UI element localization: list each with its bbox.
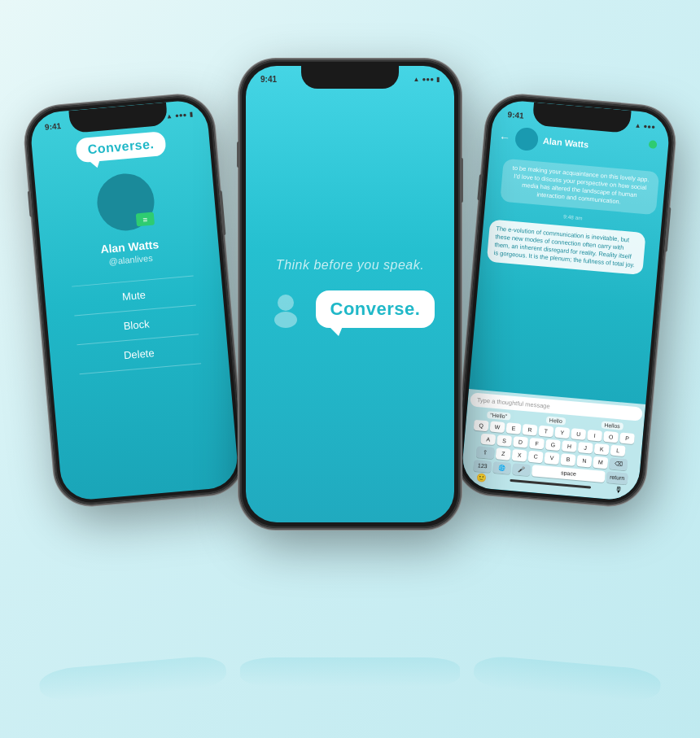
right-status-icons: ▲ ●●● (634, 121, 655, 130)
message-received-1: The e-volution of communication is inevi… (487, 219, 646, 275)
svg-point-0 (278, 295, 294, 311)
contact-avatar (514, 126, 539, 151)
key-v[interactable]: V (544, 452, 559, 465)
key-w[interactable]: W (490, 421, 505, 433)
message-received-1-text: The e-volution of communication is inevi… (493, 224, 635, 268)
key-z[interactable]: Z (496, 448, 511, 461)
phones-container: 9:41 ▲ ●●● ▮ Converse. Alan Watts (16, 36, 684, 703)
key-p[interactable]: P (619, 432, 635, 444)
svg-point-1 (274, 312, 297, 328)
center-logo-area: Converse. (265, 289, 435, 330)
keyboard-area: Type a thoughtful message "Hello" Hello … (461, 389, 646, 502)
phone-left-screen: 9:41 ▲ ●●● ▮ Converse. Alan Watts (29, 98, 240, 501)
emoji-icon[interactable]: 🙂 (476, 473, 487, 483)
key-x[interactable]: X (512, 449, 527, 462)
phone-right-screen: 9:41 ▲ ●●● ← Alan Watts t (461, 98, 672, 501)
messages-area: to be making your acquaintance on this l… (469, 152, 667, 404)
left-logo-bubble: Converse. (75, 130, 166, 162)
key-globe[interactable]: 🌐 (492, 461, 511, 474)
battery-icon: ▮ (189, 110, 193, 117)
key-s[interactable]: S (497, 435, 512, 447)
key-g[interactable]: G (545, 439, 561, 451)
key-a[interactable]: A (480, 433, 496, 445)
center-notch (301, 66, 399, 89)
left-phone-reflection (38, 654, 228, 703)
wifi-icon: ▲ (166, 111, 173, 120)
input-placeholder: Type a thoughtful message (477, 395, 551, 409)
center-status-icons: ▲ ●●● ▮ (413, 76, 440, 83)
phone-center: 9:41 ▲ ●●● ▮ Think before you speak. (240, 60, 460, 528)
center-logo-text: Converse. (330, 299, 421, 319)
center-phone-reflection (240, 657, 460, 687)
key-c[interactable]: C (528, 450, 544, 463)
left-status-time: 9:41 (45, 120, 62, 131)
right-wifi-icon: ▲ (634, 121, 641, 129)
message-sent-1-text: to be making your acquaintance on this l… (512, 164, 650, 205)
autocomplete-1[interactable]: "Hello" (487, 411, 511, 420)
key-t[interactable]: T (538, 425, 553, 437)
key-e[interactable]: E (505, 422, 521, 435)
key-delete[interactable]: ⌫ (609, 457, 628, 470)
autocomplete-3[interactable]: Hellos (601, 421, 623, 430)
left-user-handle: @alanlives (108, 252, 153, 266)
key-k[interactable]: K (594, 443, 610, 455)
autocomplete-2[interactable]: Hello (545, 416, 566, 425)
contact-name: Alan Watts (542, 135, 588, 149)
center-logo-bubble: Converse. (316, 290, 435, 328)
key-o[interactable]: O (603, 430, 619, 443)
key-l[interactable]: L (610, 444, 626, 456)
left-screen-content: 9:41 ▲ ●●● ▮ Converse. Alan Watts (29, 98, 240, 501)
right-phone-reflection (472, 654, 662, 703)
chat-badge (136, 212, 155, 226)
key-u[interactable]: U (571, 428, 586, 440)
right-screen-content: 9:41 ▲ ●●● ← Alan Watts t (461, 98, 672, 501)
key-return[interactable]: return (606, 471, 628, 484)
key-h[interactable]: H (562, 440, 577, 452)
online-indicator (649, 140, 658, 149)
key-y[interactable]: Y (554, 426, 570, 439)
key-q[interactable]: Q (474, 419, 489, 431)
center-battery-icon: ▮ (436, 76, 440, 83)
phone-left: 9:41 ▲ ●●● ▮ Converse. Alan Watts (24, 93, 245, 506)
key-b[interactable]: B (560, 453, 575, 466)
phone-center-screen: 9:41 ▲ ●●● ▮ Think before you speak. (246, 66, 454, 522)
phone-right: 9:41 ▲ ●●● ← Alan Watts t (455, 93, 676, 506)
right-signal-icon: ●●● (643, 122, 655, 130)
center-status-time: 9:41 (260, 75, 277, 84)
key-shift[interactable]: ⇧ (476, 446, 495, 459)
left-logo-text: Converse. (87, 137, 155, 156)
mic-icon[interactable]: 🎙 (614, 485, 623, 495)
signal-icon: ●●● (174, 111, 186, 119)
left-status-icons: ▲ ●●● ▮ (166, 110, 193, 120)
key-d[interactable]: D (513, 436, 528, 448)
key-mic-text[interactable]: 🎤 (512, 463, 531, 476)
key-j[interactable]: J (578, 442, 593, 454)
center-wifi-icon: ▲ (413, 76, 420, 83)
key-123[interactable]: 123 (473, 459, 492, 472)
head-silhouette-icon (265, 289, 306, 330)
center-screen-content: 9:41 ▲ ●●● ▮ Think before you speak. (246, 66, 454, 522)
key-f[interactable]: F (529, 437, 545, 449)
center-tagline: Think before you speak. (276, 258, 424, 273)
right-status-time: 9:41 (507, 109, 524, 120)
left-avatar (95, 171, 157, 233)
back-arrow[interactable]: ← (499, 130, 511, 144)
key-n[interactable]: N (576, 454, 592, 467)
message-sent-1: to be making your acquaintance on this l… (500, 158, 659, 214)
key-m[interactable]: M (593, 456, 608, 469)
center-signal-icon: ●●● (422, 76, 435, 83)
key-i[interactable]: I (587, 429, 602, 441)
key-r[interactable]: R (522, 424, 537, 436)
